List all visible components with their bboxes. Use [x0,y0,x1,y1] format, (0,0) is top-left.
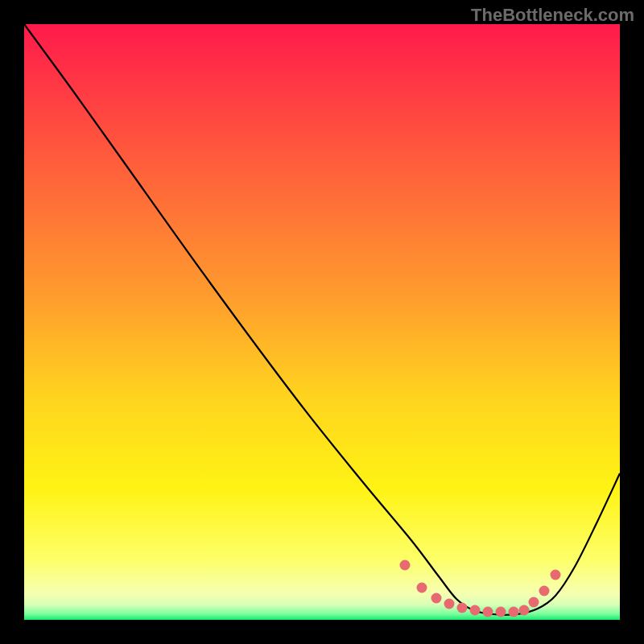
marker-dot [470,605,481,616]
chart-container: TheBottleneck.com [0,0,644,644]
marker-dot [444,599,455,609]
marker-dot [496,607,506,617]
marker-dot [431,593,442,604]
marker-dot [400,560,411,571]
marker-dot [529,597,539,608]
marker-dot [483,607,493,617]
marker-dot [551,570,561,580]
marker-dot [417,583,427,593]
marker-dot [457,603,468,613]
marker-dot [539,586,550,597]
marker-dot [509,607,519,617]
marker-dot [519,605,530,616]
bottleneck-chart [0,0,644,644]
watermark-text: TheBottleneck.com [471,5,634,26]
plot-background [24,24,620,620]
